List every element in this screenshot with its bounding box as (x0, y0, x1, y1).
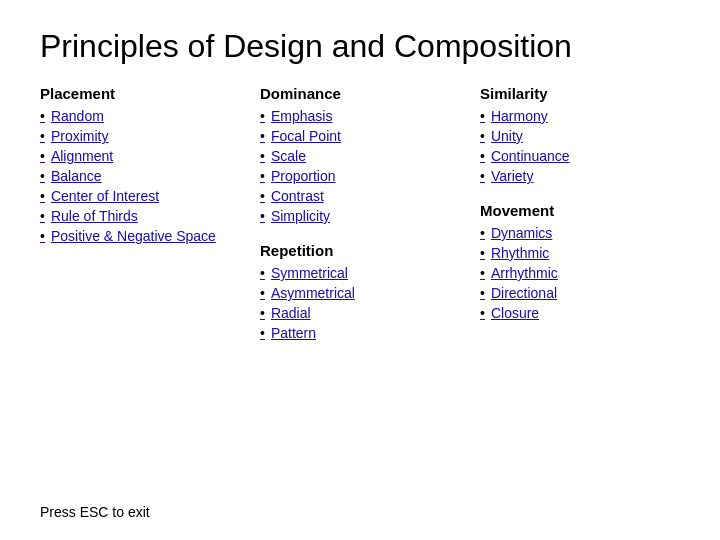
list-item[interactable]: •Alignment (40, 146, 240, 166)
dominance-column: Dominance •Emphasis •Focal Point •Scale … (250, 85, 470, 359)
similarity-column: Similarity •Harmony •Unity •Continuance … (470, 85, 690, 359)
list-item[interactable]: •Proportion (260, 166, 460, 186)
list-item[interactable]: •Rhythmic (480, 243, 680, 263)
repetition-list: •Symmetrical •Asymmetrical •Radial •Patt… (260, 263, 460, 343)
placement-list: •Random •Proximity •Alignment •Balance •… (40, 106, 240, 246)
list-item[interactable]: •Pattern (260, 323, 460, 343)
movement-list: •Dynamics •Rhythmic •Arrhythmic •Directi… (480, 223, 680, 323)
press-esc-label: Press ESC to exit (40, 504, 150, 520)
dominance-list: •Emphasis •Focal Point •Scale •Proportio… (260, 106, 460, 226)
list-item[interactable]: •Emphasis (260, 106, 460, 126)
list-item[interactable]: •Focal Point (260, 126, 460, 146)
list-item[interactable]: •Scale (260, 146, 460, 166)
list-item[interactable]: •Unity (480, 126, 680, 146)
list-item[interactable]: •Balance (40, 166, 240, 186)
list-item[interactable]: •Continuance (480, 146, 680, 166)
dominance-heading: Dominance (260, 85, 460, 102)
list-item[interactable]: •Positive & Negative Space (40, 226, 240, 246)
content-area: Placement •Random •Proximity •Alignment … (0, 85, 720, 359)
list-item[interactable]: •Directional (480, 283, 680, 303)
similarity-heading: Similarity (480, 85, 680, 102)
list-item[interactable]: •Rule of Thirds (40, 206, 240, 226)
list-item[interactable]: •Dynamics (480, 223, 680, 243)
repetition-heading: Repetition (260, 242, 460, 259)
list-item[interactable]: •Arrhythmic (480, 263, 680, 283)
list-item[interactable]: •Center of Interest (40, 186, 240, 206)
list-item[interactable]: •Simplicity (260, 206, 460, 226)
list-item[interactable]: •Asymmetrical (260, 283, 460, 303)
list-item[interactable]: •Harmony (480, 106, 680, 126)
list-item[interactable]: •Variety (480, 166, 680, 186)
list-item[interactable]: •Symmetrical (260, 263, 460, 283)
similarity-list: •Harmony •Unity •Continuance •Variety (480, 106, 680, 186)
list-item[interactable]: •Proximity (40, 126, 240, 146)
list-item[interactable]: •Closure (480, 303, 680, 323)
list-item[interactable]: •Random (40, 106, 240, 126)
page-title: Principles of Design and Composition (0, 0, 720, 85)
placement-heading: Placement (40, 85, 240, 102)
list-item[interactable]: •Radial (260, 303, 460, 323)
placement-column: Placement •Random •Proximity •Alignment … (30, 85, 250, 359)
list-item[interactable]: •Contrast (260, 186, 460, 206)
movement-heading: Movement (480, 202, 680, 219)
